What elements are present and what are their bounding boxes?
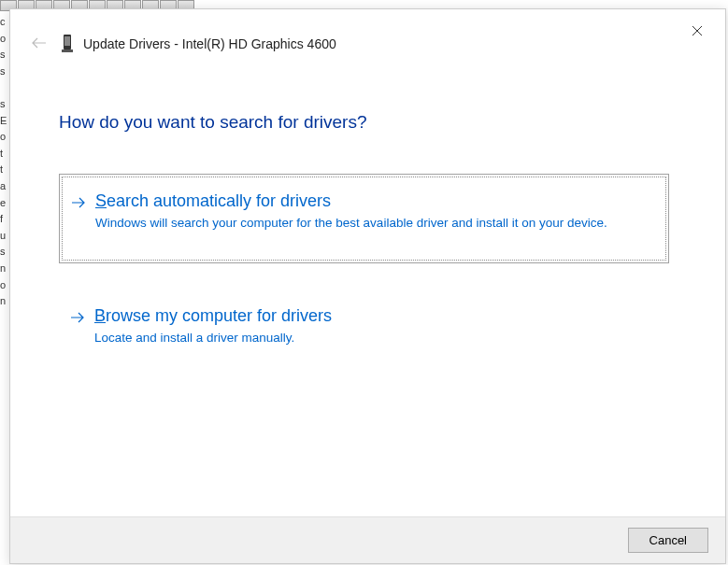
back-button[interactable] <box>31 35 48 52</box>
background-text-edge: cosssEottaefusnon <box>0 14 9 565</box>
options-list: Search automatically for drivers Windows… <box>59 174 669 390</box>
option-description: Windows will search your computer for th… <box>95 215 651 233</box>
dialog-header: Update Drivers - Intel(R) HD Graphics 46… <box>31 34 669 54</box>
device-icon <box>61 34 74 54</box>
option-title: Search automatically for drivers <box>95 191 651 211</box>
option-title: Browse my computer for drivers <box>94 306 652 326</box>
arrow-right-icon <box>71 195 86 210</box>
update-drivers-dialog: Update Drivers - Intel(R) HD Graphics 46… <box>9 8 726 564</box>
back-arrow-icon <box>32 35 47 52</box>
dialog-title: Update Drivers - Intel(R) HD Graphics 46… <box>83 36 336 51</box>
option-browse-my-computer[interactable]: Browse my computer for drivers Locate an… <box>59 290 669 364</box>
svg-rect-2 <box>62 49 73 52</box>
option-search-automatically[interactable]: Search automatically for drivers Windows… <box>59 174 669 263</box>
option-description: Locate and install a driver manually. <box>94 330 652 347</box>
arrow-right-icon <box>70 310 85 325</box>
close-button[interactable] <box>686 21 708 43</box>
close-icon <box>692 23 703 40</box>
dialog-footer: Cancel <box>10 516 725 563</box>
svg-rect-1 <box>64 36 70 46</box>
cancel-button[interactable]: Cancel <box>628 528 708 553</box>
main-heading: How do you want to search for drivers? <box>59 112 367 133</box>
